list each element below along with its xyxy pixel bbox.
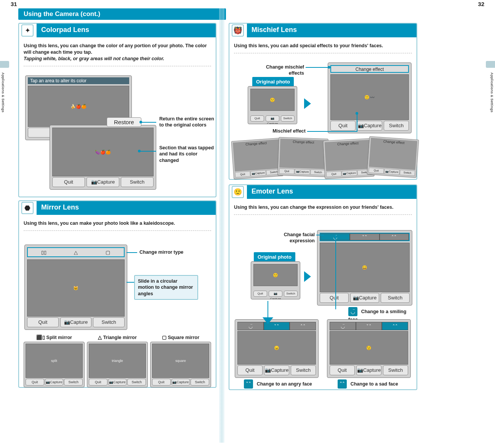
quit-button[interactable]: Quit (27, 317, 59, 327)
switch-button[interactable]: Switch (383, 365, 408, 375)
capture-button[interactable]: 📷Capture (356, 365, 381, 375)
callout-dot (356, 112, 358, 115)
expression-angry[interactable]: ˅˄ (350, 234, 379, 240)
switch-button[interactable]: Switch (191, 379, 209, 386)
callout-line (316, 235, 324, 235)
mischief-icon: 👹 (232, 24, 244, 37)
callout-dot (328, 66, 330, 69)
mischief-screenshot-original: 🙂 Quit 📷Capture Switch (248, 86, 297, 124)
switch-button[interactable]: Switch (121, 177, 154, 187)
capture-button[interactable]: 📷Capture (269, 291, 282, 297)
expression-bar[interactable]: ◡̈˅˄˄˄ (237, 322, 316, 330)
capture-button[interactable]: 📷Capture (108, 379, 127, 386)
switch-button[interactable]: Switch (384, 121, 409, 131)
page-number-right: 32 (478, 1, 484, 7)
page-gutter (219, 8, 224, 443)
switch-button[interactable]: Switch (284, 291, 298, 297)
capture-button[interactable]: 📷Capture (45, 379, 64, 386)
divider (24, 230, 211, 231)
section-title: Emoter Lens (247, 185, 417, 199)
restore-button[interactable]: Restore (107, 117, 141, 127)
mirror-type-bar[interactable]: ▯▯ △ ▢ (27, 247, 125, 257)
capture-button[interactable]: 📷Capture (350, 293, 379, 303)
quit-button[interactable]: Quit (52, 177, 85, 187)
colorpad-icon: ✦ (21, 24, 34, 37)
mischief-screenshot-result: Change effect 🙂〰️ Quit 📷Capture Switch (328, 62, 412, 133)
sad-icon: ˄˄ (338, 379, 347, 389)
callout-line (307, 131, 357, 132)
side-tab-right (486, 61, 495, 68)
capture-button[interactable]: 📷Capture (60, 317, 92, 327)
emoter-screenshot-sad: ◡̈˅˄˄˄ 😟 Quit 📷Capture Switch (327, 319, 411, 378)
smile-icon: ◡̈ (348, 307, 357, 316)
callout-line (335, 235, 336, 309)
switch-button[interactable]: Switch (93, 317, 125, 327)
quit-button[interactable]: Quit (250, 115, 264, 122)
page-number-left: 31 (11, 1, 17, 7)
face-mustache: 🙂〰️ (330, 74, 409, 120)
mirror-example-square: ▢ Square mirror square Quit 📷Capture Swi… (150, 334, 211, 387)
quit-button[interactable]: Quit (152, 379, 171, 386)
intro-text: Using this lens, you can add special eff… (234, 43, 412, 49)
mischief-thumb-eyes: Change effect Quit📷CaptureSwitch (367, 136, 419, 178)
page-title: Using the Camera (cont.) (18, 8, 226, 20)
switch-button[interactable]: Switch (127, 379, 146, 386)
side-label-right: Applications & Settings (490, 72, 494, 112)
divider (234, 214, 412, 215)
section-emoter: 🙂 Emoter Lens Using this lens, you can c… (229, 184, 417, 390)
callout-change-effects: Change mischief effects (251, 64, 304, 77)
expression-sad[interactable]: ˄˄ (380, 234, 409, 240)
capture-button[interactable]: 📷Capture (87, 177, 119, 187)
switch-button[interactable]: Switch (64, 379, 83, 386)
quit-button[interactable]: Quit (330, 365, 355, 375)
change-effect-bar[interactable]: Change effect (330, 65, 409, 73)
emoter-icon: 🙂 (232, 186, 244, 198)
quit-button[interactable]: Quit (320, 293, 349, 303)
capture-button[interactable]: 📷Capture (266, 115, 279, 122)
callout-line (139, 151, 156, 152)
mischief-thumb-catears: Change effect Quit📷CaptureSwitch (277, 137, 328, 177)
callout-restore: Return the entire screen to the original… (159, 116, 216, 128)
face-sad: 😟 (330, 331, 408, 365)
capture-button[interactable]: 📷Capture (264, 365, 289, 375)
face-original: 🙂 (253, 264, 298, 286)
callout-line (357, 114, 357, 132)
divider (24, 66, 211, 66)
angry-icon: ˅˄ (244, 379, 253, 389)
screenshot-caption: Tap an area to alter its color (28, 77, 129, 84)
section-title: Mischief Lens (247, 24, 417, 37)
arrow-down-icon (263, 317, 273, 324)
quit-button[interactable]: Quit (26, 379, 44, 386)
mirror-example-triangle: △ Triangle mirror triangle Quit 📷Capture… (87, 334, 148, 387)
emoter-screenshot-smile: ◡̈ ˅˄ ˄˄ 😄 Quit 📷Capture Switch (317, 230, 412, 306)
mirror-icon: ⬣ (21, 202, 34, 214)
section-mirror: ⬣ Mirror Lens Using this lens, you can m… (18, 200, 216, 388)
side-label-left: Applications & Settings (1, 72, 5, 112)
capture-button[interactable]: 📷Capture (171, 379, 190, 386)
capture-button[interactable]: 📷Capture (357, 121, 382, 131)
switch-button[interactable]: Switch (381, 293, 410, 303)
callout-mirror-type: Change mirror type (139, 249, 183, 255)
face-angry: 😠 (237, 331, 316, 365)
section-title: Mirror Lens (37, 201, 216, 215)
quit-button[interactable]: Quit (253, 291, 267, 297)
mirror-example-split: ⬛▯ Split mirror split Quit 📷Capture Swit… (24, 334, 85, 387)
section-mischief: 👹 Mischief Lens Using this lens, you can… (229, 23, 417, 180)
face-original: 🙂 (250, 89, 295, 111)
switch-button[interactable]: Switch (291, 365, 316, 375)
intro-text: Using this lens, you can change the expr… (234, 204, 412, 211)
expression-bar[interactable]: ◡̈˅˄˄˄ (330, 322, 408, 330)
callout-dot (138, 150, 141, 152)
section-colorpad: ✦ Colorpad Lens Using this lens, you can… (18, 23, 216, 197)
switch-button[interactable]: Switch (281, 115, 295, 122)
arrow-right-icon (304, 98, 311, 109)
mischief-thumb-sunglasses: Change effect Quit📷CaptureSwitch (231, 138, 284, 179)
mirror-screenshot: ▯▯ △ ▢ 🐱 Quit 📷Capture Switch (24, 245, 127, 330)
callout-line (306, 67, 328, 68)
quit-button[interactable]: Quit (89, 379, 107, 386)
callout-dot (139, 121, 142, 123)
original-photo-badge: Original photo (252, 77, 294, 86)
quit-button[interactable]: Quit (237, 365, 263, 375)
quit-button[interactable]: Quit (330, 121, 356, 131)
expression-bar[interactable]: ◡̈ ˅˄ ˄˄ (320, 233, 410, 241)
